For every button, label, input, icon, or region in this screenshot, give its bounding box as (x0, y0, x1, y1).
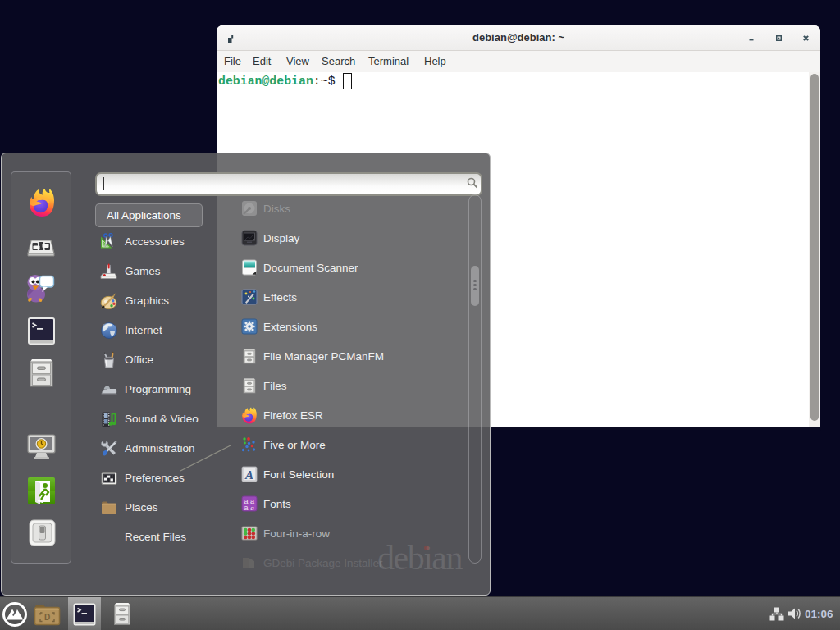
svg-text:A: A (244, 468, 253, 482)
svg-text:D: D (44, 613, 50, 622)
svg-text:a: a (250, 504, 254, 512)
svg-text:a: a (244, 504, 248, 512)
